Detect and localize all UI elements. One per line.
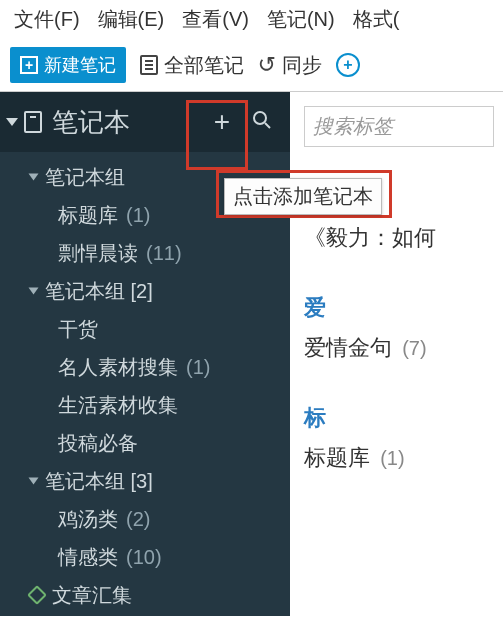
all-notes-label: 全部笔记 (164, 52, 244, 79)
tag-item[interactable]: 爱情金句 (7) (304, 333, 503, 363)
menu-format[interactable]: 格式( (353, 6, 400, 33)
plus-circle-icon: + (336, 53, 360, 77)
sidebar-title: 笔记本 (52, 105, 130, 140)
search-tag-input[interactable]: 搜索标签 (304, 106, 494, 147)
notebook-tree: 笔记本组 标题库 (1) 剽悍晨读 (11) 笔记本组 [2] 干货 名人素材搜… (0, 152, 290, 616)
add-notebook-tooltip: 点击添加笔记本 (224, 178, 382, 215)
plus-square-icon: + (20, 56, 38, 74)
sidebar-header: 笔记本 + (0, 92, 290, 152)
search-icon (252, 110, 272, 130)
book-title[interactable]: 《毅力：如何 (304, 223, 503, 253)
tag-section-heading: 爱 (304, 293, 503, 323)
chevron-down-icon (29, 288, 39, 295)
chevron-down-icon (29, 478, 39, 485)
svg-line-1 (265, 123, 270, 128)
sync-label: 同步 (282, 52, 322, 79)
sidebar: 笔记本 + 笔记本组 标题库 (1) 剽悍晨读 (11) (0, 92, 290, 616)
new-note-label: 新建笔记 (44, 53, 116, 77)
tag-section-heading: 标 (304, 403, 503, 433)
tree-item[interactable]: 鸡汤类 (2) (0, 500, 290, 538)
all-notes-icon (140, 55, 158, 75)
new-note-button[interactable]: + 新建笔记 (10, 47, 126, 83)
chevron-down-icon[interactable] (6, 118, 18, 126)
tree-item[interactable]: 名人素材搜集 (1) (0, 348, 290, 386)
tree-item[interactable]: 情感类 (10) (0, 538, 290, 576)
menu-note[interactable]: 笔记(N) (267, 6, 335, 33)
chevron-down-icon (29, 174, 39, 181)
tree-group[interactable]: 笔记本组 [3] (0, 462, 290, 500)
tag-item[interactable]: 标题库 (1) (304, 443, 503, 473)
menu-edit[interactable]: 编辑(E) (98, 6, 165, 33)
all-notes-button[interactable]: 全部笔记 (140, 52, 244, 79)
tree-item[interactable]: 干货 (0, 310, 290, 348)
menu-bar: 文件(F) 编辑(E) 查看(V) 笔记(N) 格式( (0, 0, 503, 43)
add-button[interactable]: + (336, 53, 360, 77)
sync-button[interactable]: ↻ 同步 (258, 52, 322, 79)
tree-pinned-item[interactable]: 文章汇集 (0, 576, 290, 614)
main-panel: 搜索标签 《 《毅力：如何 爱 爱情金句 (7) 标 标题库 (1) (290, 92, 503, 616)
menu-file[interactable]: 文件(F) (14, 6, 80, 33)
svg-point-0 (254, 112, 266, 124)
menu-view[interactable]: 查看(V) (182, 6, 249, 33)
notebook-icon (24, 111, 42, 133)
tree-item[interactable]: 投稿必备 (0, 424, 290, 462)
toolbar: + 新建笔记 全部笔记 ↻ 同步 + (0, 43, 503, 92)
tree-item[interactable]: 生活素材收集 (0, 386, 290, 424)
tree-group[interactable]: 笔记本组 [2] (0, 272, 290, 310)
sync-icon: ↻ (258, 52, 276, 78)
pin-icon (27, 585, 47, 605)
add-notebook-button[interactable]: + (202, 106, 242, 138)
search-notebook-button[interactable] (242, 108, 282, 136)
tree-item[interactable]: 剽悍晨读 (11) (0, 234, 290, 272)
